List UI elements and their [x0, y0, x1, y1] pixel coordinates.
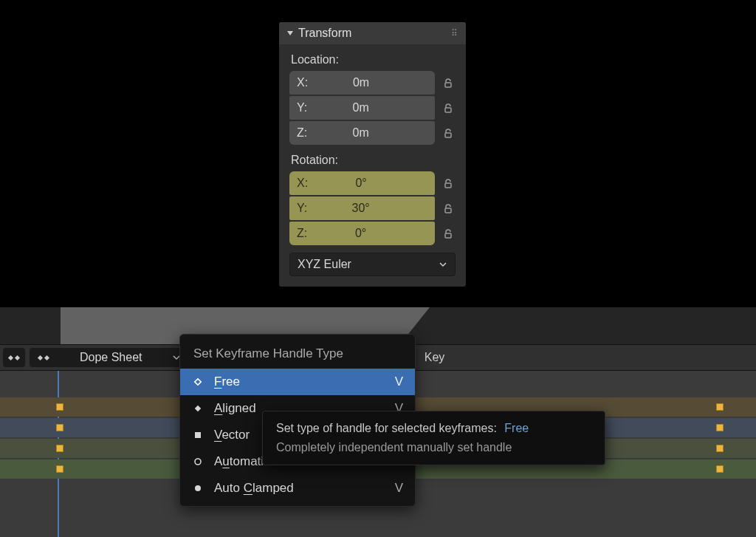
editor-type-button[interactable]: [3, 348, 25, 367]
axis-value: 0°: [295, 177, 427, 190]
svg-rect-7: [15, 355, 20, 360]
rotation-mode-select[interactable]: XYZ Euler: [289, 253, 456, 276]
menu-item-label: Free: [214, 374, 385, 389]
editor-mode-value: Dope Sheet: [80, 351, 142, 364]
diamond-solid-icon: [192, 404, 204, 413]
diamond-open-icon: [192, 377, 204, 386]
svg-rect-6: [8, 355, 13, 360]
rotation-y-field[interactable]: Y: 30°: [289, 196, 435, 220]
keyframe-icon: [37, 352, 50, 363]
axis-value: 0m: [294, 126, 427, 140]
svg-rect-4: [445, 208, 451, 213]
tooltip-prefix: Set type of handle for selected keyframe…: [276, 422, 497, 434]
tooltip-line2: Completely independent manually set hand…: [276, 441, 591, 454]
rotation-mode-value: XYZ Euler: [298, 258, 439, 271]
panel-title: Transform: [298, 27, 451, 40]
axis-value: 0°: [294, 227, 427, 240]
location-fields: X: 0m Y: 0m Z: 0m: [289, 71, 456, 145]
menu-item-auto-clamped[interactable]: Auto Clamped V: [180, 475, 415, 502]
context-menu-title: Set Keyframe Handle Type: [180, 339, 415, 369]
keyframe[interactable]: [716, 403, 724, 411]
axis-value: 0m: [294, 101, 427, 114]
svg-rect-1: [445, 108, 451, 112]
menu-item-label: Auto Clamped: [214, 481, 385, 496]
square-solid-icon: [192, 431, 204, 439]
svg-point-14: [195, 485, 201, 491]
lock-icon[interactable]: [441, 128, 456, 138]
rotation-z-field[interactable]: Z: 0°: [289, 222, 435, 245]
disclosure-triangle-icon: [286, 30, 294, 37]
tooltip-line1: Set type of handle for selected keyframe…: [276, 422, 591, 435]
chevron-down-icon: [439, 260, 447, 269]
svg-rect-10: [195, 379, 201, 385]
svg-rect-12: [195, 432, 201, 438]
rotation-x-field[interactable]: X: 0°: [289, 171, 435, 195]
svg-rect-11: [195, 406, 201, 411]
location-y-field[interactable]: Y: 0m: [289, 96, 435, 120]
circle-open-icon: [192, 457, 204, 466]
axis-value: 30°: [294, 202, 427, 215]
circle-solid-icon: [192, 484, 204, 493]
svg-rect-0: [445, 83, 451, 87]
rotation-label: Rotation:: [291, 154, 466, 167]
keyframe[interactable]: [56, 465, 63, 473]
keyframe[interactable]: [56, 424, 63, 431]
svg-rect-5: [445, 233, 451, 238]
panel-header[interactable]: Transform ⠿: [279, 22, 466, 44]
menu-key[interactable]: Key: [425, 351, 445, 364]
lock-icon[interactable]: [441, 103, 456, 113]
rotation-fields: X: 0° Y: 30° Z: 0°: [289, 171, 456, 245]
axis-value: 0m: [295, 76, 427, 89]
menu-item-shortcut: V: [395, 374, 403, 389]
keyframe-icon: [7, 352, 21, 363]
lock-icon[interactable]: [441, 228, 456, 239]
svg-rect-3: [445, 183, 451, 188]
svg-rect-9: [44, 355, 49, 360]
keyframe[interactable]: [716, 424, 724, 431]
keyframe[interactable]: [56, 403, 63, 411]
menu-item-free[interactable]: Free V: [180, 369, 415, 395]
transform-panel: Transform ⠿ Location: X: 0m Y: 0m Z: 0m: [279, 22, 466, 287]
keyframe[interactable]: [716, 445, 724, 452]
keyframe[interactable]: [716, 465, 724, 473]
lock-icon[interactable]: [441, 78, 456, 88]
svg-rect-8: [38, 355, 43, 360]
menu-item-shortcut: V: [395, 481, 403, 496]
lock-icon[interactable]: [441, 178, 456, 188]
location-z-field[interactable]: Z: 0m: [289, 121, 435, 145]
svg-rect-2: [445, 133, 451, 137]
location-x-field[interactable]: X: 0m: [289, 71, 435, 95]
drag-grip-icon[interactable]: ⠿: [451, 28, 458, 38]
editor-mode-select[interactable]: Dope Sheet: [30, 348, 188, 367]
tooltip: Set type of handle for selected keyframe…: [262, 411, 605, 465]
location-label: Location:: [291, 53, 466, 66]
tooltip-value: Free: [504, 422, 529, 434]
lock-icon[interactable]: [441, 203, 456, 213]
keyframe[interactable]: [56, 445, 63, 452]
svg-point-13: [195, 459, 201, 465]
